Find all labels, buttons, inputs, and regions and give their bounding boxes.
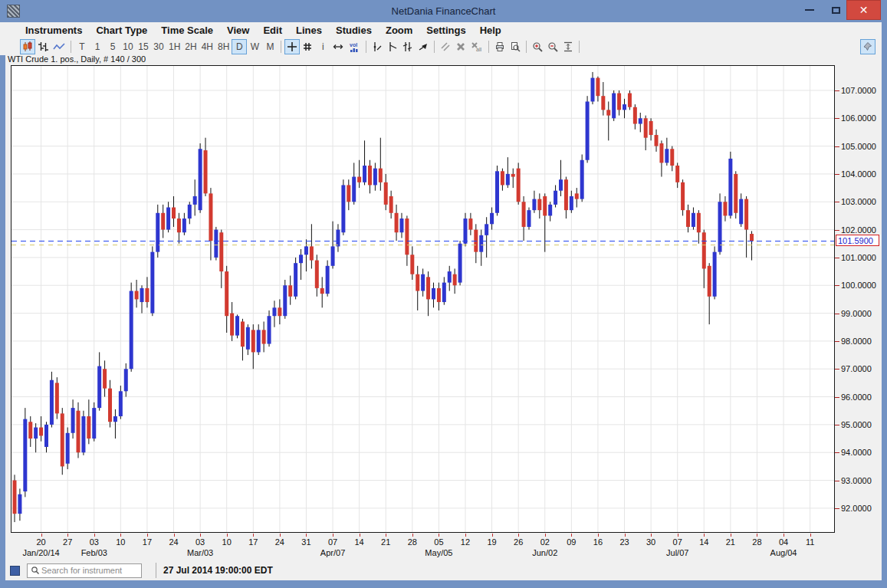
timescale-1h-button[interactable]: 1H	[166, 39, 182, 54]
time-tick	[386, 534, 386, 537]
info-button[interactable]: i	[315, 39, 330, 54]
timescale-8h-button[interactable]: 8H	[215, 39, 232, 54]
grid-button[interactable]	[300, 39, 315, 54]
pin-window-button[interactable]	[860, 39, 876, 54]
svg-text:all: all	[476, 47, 481, 52]
window-border-bottom	[0, 580, 887, 588]
instrument-search-box[interactable]	[27, 563, 142, 578]
menu-item-lines[interactable]: Lines	[289, 22, 329, 38]
menu-item-time-scale[interactable]: Time Scale	[154, 22, 220, 38]
time-axis-day-label: 21	[381, 537, 390, 547]
time-tick	[333, 534, 333, 537]
parallel-channel-tool-button[interactable]	[400, 39, 416, 54]
timescale-tick-button[interactable]: T	[74, 39, 90, 54]
price-tick	[835, 425, 839, 425]
price-tick	[835, 481, 839, 481]
fit-vertical-button[interactable]	[560, 39, 576, 54]
time-axis-month-label: Jul/07	[666, 548, 688, 557]
time-axis-day-label: 10	[222, 537, 232, 547]
price-tick	[835, 90, 839, 91]
timescale-1min-button[interactable]: 1	[90, 39, 105, 54]
timescale-10min-button[interactable]: 10	[120, 39, 136, 54]
price-tick	[835, 314, 839, 314]
menu-item-zoom[interactable]: Zoom	[379, 22, 419, 38]
time-axis-month-label: Apr/07	[320, 548, 345, 557]
price-axis-label: 106.0000	[841, 113, 876, 123]
time-axis-day-label: 21	[726, 537, 735, 547]
horizontal-scale-button[interactable]	[330, 39, 346, 54]
time-axis-day-label: 03	[195, 537, 205, 547]
time-axis-day-label: 10	[116, 537, 125, 547]
price-tick	[835, 452, 839, 453]
price-axis-label: 100.0000	[841, 281, 876, 290]
timescale-15min-button[interactable]: 15	[136, 39, 151, 54]
time-axis-day-label: 20	[36, 537, 45, 547]
price-axis-label: 95.0000	[841, 420, 872, 429]
timescale-4h-button[interactable]: 4H	[199, 39, 215, 54]
menu-item-studies[interactable]: Studies	[329, 22, 379, 38]
toolbar: T151015301H2H4H8HDWMivolall	[0, 38, 882, 55]
time-axis-day-label: 04	[779, 537, 788, 547]
close-button[interactable]: ✕	[846, 0, 881, 20]
time-tick	[545, 534, 546, 537]
print-button[interactable]	[492, 39, 508, 54]
zoom-out-button[interactable]	[545, 39, 560, 54]
time-axis-month-label: May/05	[425, 548, 452, 557]
search-input[interactable]	[40, 565, 130, 576]
close-icon: ✕	[859, 5, 869, 15]
timescale-monthly-button[interactable]: M	[262, 39, 278, 54]
print-preview-button[interactable]	[508, 39, 523, 54]
time-tick	[757, 534, 757, 537]
parallel-lines-button[interactable]	[438, 39, 453, 54]
price-tick	[835, 341, 839, 342]
menu-item-edit[interactable]: Edit	[256, 22, 289, 38]
time-tick	[120, 534, 121, 537]
ohlc-chart-button[interactable]	[35, 39, 51, 54]
maximize-button[interactable]	[825, 0, 846, 20]
menu-item-view[interactable]: View	[220, 22, 256, 38]
time-axis-day-label: 11	[806, 537, 814, 547]
price-axis-label: 104.0000	[841, 169, 876, 179]
time-tick	[41, 534, 42, 537]
time-axis-day-label: 17	[143, 537, 152, 547]
arrow-tool-button[interactable]	[416, 39, 431, 54]
chart-plot-area[interactable]	[11, 65, 835, 533]
menu-item-chart-type[interactable]: Chart Type	[89, 22, 154, 38]
crosshair-button[interactable]	[284, 39, 300, 54]
timescale-daily-button[interactable]: D	[232, 39, 247, 54]
price-axis[interactable]: 107.0000106.0000105.0000104.0000103.0000…	[835, 65, 882, 533]
time-axis-day-label: 27	[63, 537, 72, 547]
minimize-icon	[805, 9, 814, 11]
price-axis-label: 103.0000	[841, 197, 876, 206]
price-tick	[835, 285, 839, 286]
candlestick-chart	[11, 66, 834, 532]
timescale-5min-button[interactable]: 5	[105, 39, 120, 54]
time-tick	[651, 534, 652, 537]
time-axis-day-label: 02	[540, 537, 550, 547]
time-tick	[253, 534, 254, 537]
window-title: NetDania FinanceChart	[0, 5, 887, 17]
timescale-30min-button[interactable]: 30	[151, 39, 166, 54]
line-chart-button[interactable]	[51, 39, 67, 54]
time-axis-month-label: Jan/20/14	[22, 548, 59, 557]
trend-channel-tool-button[interactable]	[385, 39, 400, 54]
trend-line-tool-button[interactable]	[370, 39, 385, 54]
menu-item-instruments[interactable]: Instruments	[18, 22, 89, 38]
zoom-in-button[interactable]	[530, 39, 545, 54]
menu-item-settings[interactable]: Settings	[419, 22, 472, 38]
candlestick-chart-button[interactable]	[20, 39, 35, 54]
price-axis-label: 92.0000	[841, 504, 872, 513]
chart-instrument-label: WTI Crude 1. pos., Daily, # 140 / 300	[8, 54, 146, 64]
timestamp-label: 27 Jul 2014 19:00:00 EDT	[163, 565, 273, 576]
price-axis-label: 94.0000	[841, 448, 872, 457]
minimize-button[interactable]	[799, 0, 820, 20]
time-axis-day-label: 24	[275, 537, 284, 547]
timescale-2h-button[interactable]: 2H	[182, 39, 199, 54]
time-axis[interactable]: 20Jan/20/142703Feb/0310172403Mar/0310172…	[0, 533, 882, 560]
timescale-weekly-button[interactable]: W	[247, 39, 262, 54]
delete-all-lines-button[interactable]: all	[468, 39, 485, 54]
volume-button[interactable]: vol	[346, 39, 363, 54]
connection-status-icon	[10, 566, 20, 576]
menu-item-help[interactable]: Help	[473, 22, 508, 38]
delete-line-button[interactable]	[453, 39, 468, 54]
